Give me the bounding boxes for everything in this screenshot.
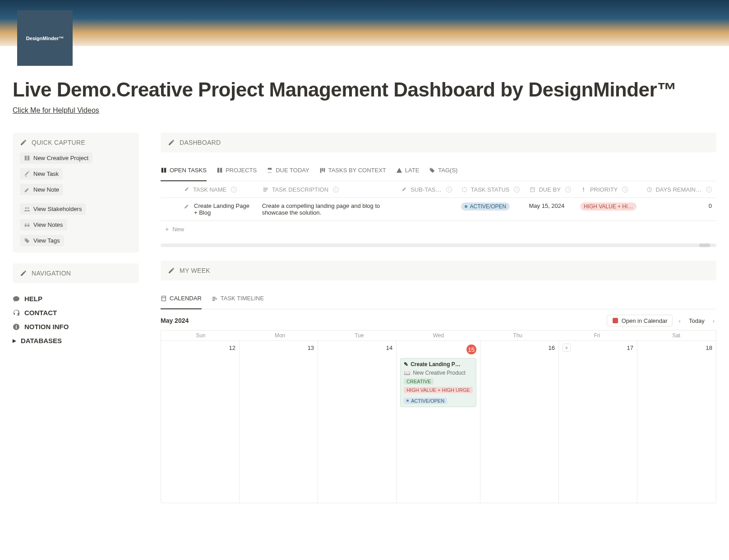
col-task-description[interactable]: TASK DESCRIPTIONi [258,181,397,198]
view-tags-button[interactable]: View Tags [20,235,64,246]
calendar-month-label: May 2024 [161,317,189,324]
table-row[interactable]: Create Landing Page + Blog Create a comp… [161,198,716,221]
help-videos-link[interactable]: Click Me for Helpful Videos [13,106,99,115]
info-icon: i [706,187,712,193]
col-due-by[interactable]: DUE BYi [524,181,575,198]
lines-icon [262,186,269,193]
pencil-check-icon [183,186,190,193]
nav-help[interactable]: HELP [13,294,139,303]
tab-calendar[interactable]: CALENDAR [161,295,202,305]
tab-late[interactable]: LATE [396,167,420,177]
nav-databases[interactable]: ▶ DATABASES [13,336,139,345]
tab-tags[interactable]: TAG(S) [429,167,457,177]
calendar-day-header: Sat [637,330,716,340]
navigation-heading: NAVIGATION [32,270,71,277]
calendar-prev-button[interactable]: ‹ [677,317,683,325]
warning-icon [396,167,402,174]
edit-icon [168,267,175,274]
calendar-day-header: Sun [161,330,240,340]
tag-icon [24,238,30,244]
clock-icon [646,186,653,193]
info-icon: i [514,187,520,193]
task-due-by: May 15, 2024 [524,198,575,221]
event-project: New Creative Product [413,370,466,376]
pencil-check-icon [183,203,190,211]
col-task-status[interactable]: TASK STATUSi [457,181,525,198]
horizontal-scrollbar[interactable] [161,243,716,247]
dashboard-header-card: DASHBOARD [161,133,716,152]
calendar-date: 14 [322,344,392,351]
task-subtasks [396,198,456,221]
calendar-cell[interactable]: 16 [480,340,559,503]
page-title: Live Demo.Creative Project Management Da… [13,78,716,101]
task-name: Create Landing Page + Blog [194,202,253,216]
event-priority: HIGH VALUE + HIGH URGE [404,387,473,393]
calendar-date: 13 [243,344,314,351]
status-icon [461,186,468,193]
event-title: Create Landing P… [411,361,461,367]
calendar-grid: SunMonTueWedThuFriSat 12131415✎Create La… [161,330,716,503]
col-sub-tasks[interactable]: SUB-TAS…i [396,181,456,198]
calendar-cell[interactable]: 17+ [559,340,637,503]
calendar-day-header: Fri [558,330,637,340]
calendar-cell[interactable]: 18 [637,340,716,503]
calendar-day-header: Mon [240,330,320,340]
pencil-check-icon [401,186,408,193]
col-priority[interactable]: PRIORITYi [576,181,641,198]
quick-capture-card: QUICK CAPTURE New Creative Project New T… [13,133,139,252]
tab-task-timeline[interactable]: TASK TIMELINE [212,295,264,305]
calendar-date: 18 [641,344,712,351]
info-icon [13,323,20,330]
add-event-button[interactable]: + [563,344,571,352]
calendar-cell[interactable]: 13 [240,340,318,503]
scrollbar-thumb[interactable] [699,243,710,247]
view-notes-button[interactable]: View Notes [20,219,67,230]
calendar-day-header: Wed [399,330,478,340]
myweek-header-card: MY WEEK [161,261,716,280]
view-stakeholders-button[interactable]: View Stakeholders [20,203,86,215]
event-tag: CREATIVE [404,378,434,385]
calendar-date: 17 [563,344,633,351]
event-status: ACTIVE/OPEN [404,398,447,404]
nav-notion-info[interactable]: NOTION INFO [13,322,139,331]
caret-right-icon: ▶ [13,338,16,343]
task-description: Create a compelling landing page and blo… [258,198,397,221]
task-status-badge: ACTIVE/OPEN [461,202,510,211]
binoculars-icon [24,222,30,228]
book-icon [217,167,223,174]
calendar-cell[interactable]: 14 [318,340,397,503]
timeline-icon [212,295,218,302]
new-creative-project-button[interactable]: New Creative Project [20,152,92,164]
nav-contact[interactable]: CONTACT [13,308,139,317]
myweek-heading: MY WEEK [180,267,210,274]
task-days-remaining: 0 [641,198,716,221]
new-note-button[interactable]: New Note [20,184,63,195]
col-days-remaining[interactable]: DAYS REMAIN…i [641,181,716,198]
col-task-name[interactable]: TASK NAMEi [179,181,258,198]
chat-icon [13,295,20,303]
book-icon [24,155,30,161]
task-priority-badge: HIGH VALUE + HI… [580,202,637,211]
dashboard-heading: DASHBOARD [180,139,221,146]
new-row-button[interactable]: + New [161,221,716,237]
calendar-today-button[interactable]: Today [687,317,706,325]
info-icon: i [333,187,339,193]
tab-due-today[interactable]: DUE TODAY [267,167,309,177]
pencil-check-icon [24,171,30,177]
new-task-button[interactable]: New Task [20,168,63,179]
tab-tasks-by-context[interactable]: TASKS BY CONTEXT [319,167,386,177]
info-icon: i [446,187,452,193]
tab-open-tasks[interactable]: OPEN TASKS [161,167,207,177]
calendar-next-button[interactable]: › [711,317,716,325]
info-icon: i [622,187,628,193]
calendar-cell[interactable]: 15✎Create Landing P…📖New Creative Produc… [397,340,480,503]
calendar-cell[interactable]: 12 [161,340,240,503]
tab-projects[interactable]: PROJECTS [217,167,257,177]
calendar-app-icon [612,317,619,324]
svg-rect-1 [613,318,618,323]
calendar-event[interactable]: ✎Create Landing P…📖New Creative ProductC… [400,358,476,407]
priority-icon [580,186,587,193]
board-icon [319,167,326,174]
open-in-calendar-button[interactable]: Open in Calendar [607,315,673,326]
calendar-date: 12 [165,344,235,351]
